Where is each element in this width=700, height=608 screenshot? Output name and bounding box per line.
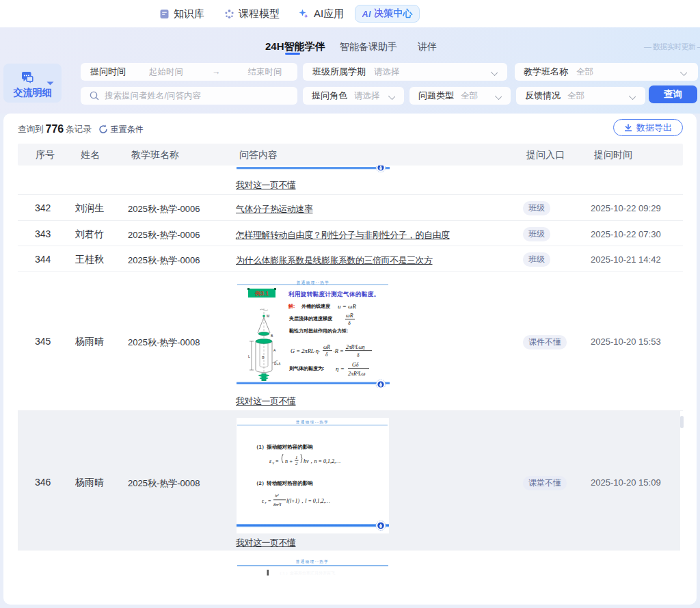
svg-text:u = ωR: u = ωR bbox=[338, 303, 356, 310]
svg-text:例3.1: 例3.1 bbox=[254, 290, 269, 297]
svg-text:外桶的线速度: 外桶的线速度 bbox=[301, 303, 331, 309]
svg-text:·R =: ·R = bbox=[334, 347, 344, 354]
svg-text:Gδ: Gδ bbox=[352, 362, 359, 368]
svg-text:普通物理--热学: 普通物理--热学 bbox=[296, 419, 329, 425]
svg-text:=: = bbox=[268, 498, 271, 504]
svg-text:8π²I: 8π²I bbox=[273, 502, 282, 507]
svg-text:G = 2πRL·η·: G = 2πRL·η· bbox=[291, 347, 320, 354]
svg-text:hν，n = 0,1,2,…: hν，n = 0,1,2,… bbox=[304, 458, 340, 464]
svg-text:M: M bbox=[267, 314, 269, 318]
svg-text:（１）金英寿分革汇月外齐百飞: （１）金英寿分革汇月外齐百飞 bbox=[278, 570, 335, 576]
svg-text:1: 1 bbox=[295, 455, 298, 460]
svg-text:ωR: ωR bbox=[323, 344, 330, 350]
svg-text:l(l+1)，l = 0,1,2,…: l(l+1)，l = 0,1,2,… bbox=[286, 498, 330, 504]
svg-text:夹层流体的速度梯度: 夹层流体的速度梯度 bbox=[288, 315, 333, 321]
svg-text:n +: n + bbox=[285, 458, 293, 464]
svg-text:利用旋转黏度计测定气体的黏度。: 利用旋转黏度计测定气体的黏度。 bbox=[288, 291, 380, 298]
svg-text:h²: h² bbox=[275, 493, 280, 499]
svg-text:η =: η = bbox=[336, 365, 345, 372]
svg-text:ωR: ωR bbox=[346, 313, 353, 319]
svg-text:2: 2 bbox=[295, 461, 298, 466]
svg-text:（1）振动能对热容的影响: （1）振动能对热容的影响 bbox=[254, 444, 313, 450]
svg-text:δ: δ bbox=[348, 320, 351, 326]
svg-text:则气体的黏度为:: 则气体的黏度为: bbox=[288, 365, 324, 371]
svg-text:δ: δ bbox=[357, 352, 360, 358]
svg-text:普通物理--热学: 普通物理--热学 bbox=[297, 280, 330, 285]
svg-text:黏性力对扭丝作用的合力矩:: 黏性力对扭丝作用的合力矩: bbox=[288, 328, 348, 334]
svg-text:R: R bbox=[262, 356, 265, 360]
svg-text:（2）转动能对热容的影响: （2）转动能对热容的影响 bbox=[254, 480, 313, 486]
svg-text:R+δ: R+δ bbox=[274, 362, 281, 366]
svg-text:L: L bbox=[248, 354, 250, 358]
svg-text:2πR³Lωη: 2πR³Lωη bbox=[346, 344, 365, 350]
svg-text:2πR³Lω: 2πR³Lω bbox=[348, 371, 366, 377]
svg-text:=: = bbox=[275, 458, 279, 464]
svg-text:δ: δ bbox=[325, 352, 328, 358]
svg-text:普通物理--热学: 普通物理--热学 bbox=[296, 559, 329, 564]
svg-text:解:: 解: bbox=[288, 304, 295, 309]
